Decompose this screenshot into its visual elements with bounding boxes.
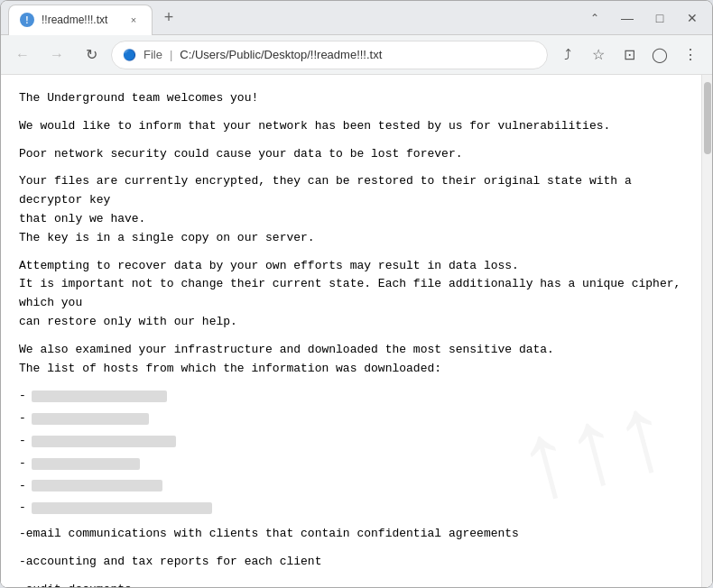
blurred-host-1: -	[19, 387, 683, 406]
new-tab-button[interactable]: +	[156, 5, 181, 31]
title-bar: ! !!readme!!!.txt × + ⌃ — □ ✕	[1, 1, 712, 35]
active-tab[interactable]: ! !!readme!!!.txt ×	[8, 5, 153, 35]
blurred-host-2: -	[19, 409, 683, 428]
paragraph-examined: We also examined your infrastructure and…	[19, 341, 683, 379]
chevron-up-icon: ⌃	[582, 5, 607, 31]
paragraph-welcome: The Underground team welcomes you!	[19, 89, 683, 108]
tab-close-button[interactable]: ×	[126, 13, 141, 27]
minimize-button[interactable]: —	[615, 5, 640, 31]
list-accounting: -audit documents	[19, 581, 683, 587]
extensions-button[interactable]: ⊡	[615, 41, 644, 69]
maximize-button[interactable]: □	[647, 5, 672, 31]
blurred-host-4: -	[19, 455, 683, 473]
address-bar[interactable]: 🔵 File | C:/Users/Public/Desktop/!!readm…	[111, 41, 548, 69]
scrollbar-thumb[interactable]	[704, 82, 711, 154]
nav-actions: ⤴ ☆ ⊡ ◯ ⋮	[553, 41, 705, 69]
bookmark-button[interactable]: ☆	[584, 41, 613, 69]
share-button[interactable]: ⤴	[553, 41, 582, 69]
paragraph-poor-security: Poor network security could cause your d…	[19, 145, 683, 164]
scrollbar-track[interactable]	[701, 75, 712, 587]
address-protocol: File	[144, 48, 162, 61]
profile-button[interactable]: ◯	[645, 41, 674, 69]
blurred-host-5: -	[19, 477, 683, 496]
tab-bar: ! !!readme!!!.txt × +	[8, 1, 575, 34]
blurred-host-3: -	[19, 432, 683, 451]
paragraph-recover: Attempting to recover data by your own e…	[19, 257, 683, 332]
separator: -email communications with clients that …	[19, 525, 683, 544]
file-icon: 🔵	[123, 49, 136, 61]
window-controls: ⌃ — □ ✕	[582, 5, 705, 31]
close-button[interactable]: ✕	[680, 5, 705, 31]
blurred-host-6: -	[19, 499, 683, 518]
menu-button[interactable]: ⋮	[676, 41, 705, 69]
page-content[interactable]: ↑↑↑ The Underground team welcomes you! W…	[1, 75, 701, 587]
paragraph-encrypted: Your files are currently encrypted, they…	[19, 172, 683, 247]
blurred-hosts-list: - - - - -	[19, 387, 683, 518]
refresh-button[interactable]: ↻	[77, 41, 106, 69]
browser-window: ! !!readme!!!.txt × + ⌃ — □ ✕ ← → ↻ 🔵 Fi…	[0, 0, 713, 588]
paragraph-inform: We would like to inform that your networ…	[19, 117, 683, 136]
tab-favicon: !	[20, 13, 34, 27]
forward-button[interactable]: →	[42, 41, 71, 69]
list-email: -accounting and tax reports for each cli…	[19, 553, 683, 572]
navigation-bar: ← → ↻ 🔵 File | C:/Users/Public/Desktop/!…	[1, 35, 712, 75]
back-button[interactable]: ←	[8, 41, 37, 69]
content-area: ↑↑↑ The Underground team welcomes you! W…	[1, 75, 712, 587]
address-url: C:/Users/Public/Desktop/!!readme!!!.txt	[180, 48, 382, 61]
tab-title: !!readme!!!.txt	[42, 14, 119, 26]
